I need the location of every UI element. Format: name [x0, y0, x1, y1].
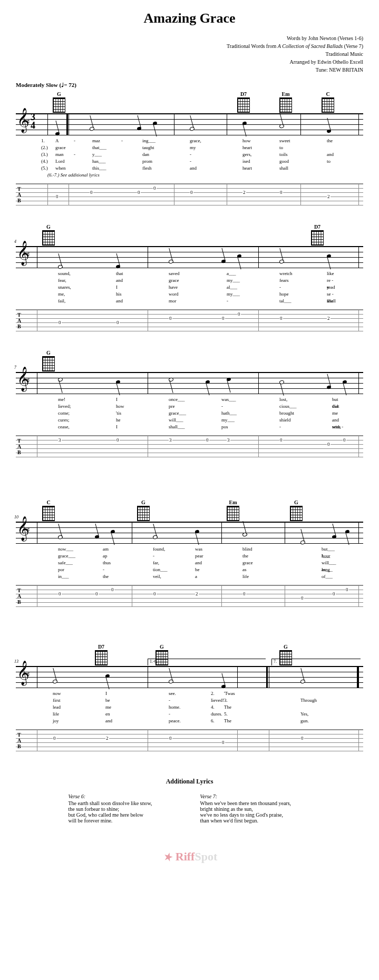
repeat-end: [266, 667, 268, 688]
chord-diagram: Em: [227, 499, 239, 521]
lyric-syllable: far,: [153, 560, 159, 565]
lyric-syllable: and: [105, 718, 112, 723]
additional-lyrics: Verse 6: The earth shall soon dissolve l…: [16, 793, 363, 824]
lyric-syllable: and: [195, 560, 202, 565]
lyric-syllable: I___: [322, 553, 331, 558]
lyric-syllable: peace.: [169, 718, 181, 723]
barline: [37, 667, 37, 688]
tab-barline: [148, 730, 148, 751]
lyric-syllable: my___: [227, 291, 240, 297]
chord-name: Em: [227, 499, 239, 505]
note: [326, 385, 331, 389]
lyric-line: cures;hewill___my___shieldand: [16, 417, 363, 424]
notation-staff: 𝄞♯34: [16, 113, 363, 135]
barline: [69, 114, 69, 135]
lyric-syllable: gun.: [300, 718, 309, 723]
notation-staff: 10𝄞♯: [16, 522, 363, 544]
lyric-syllable: to: [327, 159, 331, 164]
lyric-syllable: gers,: [242, 152, 251, 157]
lyric-syllable: be: [105, 698, 110, 703]
key-signature: ♯: [26, 526, 30, 535]
lyric-syllable: -: [221, 404, 223, 409]
lyric-syllable: brought: [279, 410, 294, 416]
lyric-line: grace___ap-pearthehourI___: [16, 553, 363, 560]
tab-label: TAB: [17, 186, 21, 203]
chord-diagram: G: [53, 91, 65, 113]
lyric-syllable: fear,: [58, 278, 66, 283]
time-signature: 34: [31, 113, 35, 130]
barline: [237, 667, 238, 688]
lyric-syllable: my___: [221, 417, 235, 423]
tab-barline: [148, 310, 148, 331]
fret-number: 3: [58, 437, 62, 443]
lyric-syllable: se -: [327, 291, 334, 297]
lyric-syllable: sweet: [279, 138, 290, 143]
fret-number: 0: [153, 591, 157, 596]
note: [226, 377, 231, 381]
fret-number: 0: [279, 437, 283, 443]
note: [242, 532, 248, 537]
lyric-syllable: I: [116, 397, 118, 402]
fret-number: 0: [221, 316, 225, 321]
chord-name: G: [53, 91, 65, 97]
lyric-syllable: -: [169, 698, 170, 703]
lyric-note: (6.-7.) See additional lyrics: [47, 172, 100, 178]
barline: [358, 114, 359, 135]
lyric-syllable: be: [195, 567, 200, 572]
fret-number: 0: [53, 736, 56, 741]
note: [89, 126, 95, 131]
chord-row: GD7: [16, 224, 363, 245]
lyric-syllable: grace___: [58, 553, 75, 558]
lyric-syllable: pos: [221, 424, 228, 429]
volta-bracket: 1.-6.: [148, 659, 266, 665]
lyric-syllable: me!: [58, 397, 65, 402]
lyric-syllable: -: [279, 285, 281, 290]
lyric-syllable: come;: [58, 410, 70, 416]
chord-name: G: [137, 499, 150, 505]
lyric-syllable: saved: [169, 271, 180, 276]
lyric-line: leadmehome.4.The: [16, 704, 363, 711]
lyric-syllable: shall: [279, 165, 288, 171]
note: [168, 377, 174, 382]
note: [326, 254, 331, 258]
measure-number: 4: [14, 239, 16, 244]
tablature-staff: TAB30303000: [16, 435, 363, 457]
additional-lyrics-title: Additional Lyrics: [16, 778, 363, 786]
music-system: D7GG13𝄞♯1.-6.7.nowIsee.2.'Twasfirstbe-li…: [16, 644, 363, 751]
fret-number: 0: [58, 320, 62, 325]
lyric-line: fail,andmor-tal___lifeshall: [16, 298, 363, 305]
riffspot-logo: RiffSpot: [16, 850, 363, 864]
lyric-syllable: -: [169, 711, 170, 717]
barline: [300, 114, 301, 135]
lyric-syllable: was: [195, 546, 202, 552]
note: [279, 259, 285, 264]
tab-barline: [300, 184, 301, 205]
barline: [285, 522, 285, 543]
lyric-syllable: that: [116, 271, 123, 276]
lyric-syllable: 6.: [211, 718, 215, 723]
key-signature: ♯: [26, 250, 30, 259]
lyric-syllable: man: [55, 152, 64, 157]
lyric-syllable: en: [105, 711, 110, 717]
fret-number: 0: [153, 185, 157, 191]
lyric-syllable: I: [105, 691, 107, 696]
chord-name: G: [279, 644, 292, 650]
lyric-syllable: -: [227, 298, 228, 303]
lyric-syllable: 1.: [41, 138, 45, 143]
music-system: GD74𝄞♯sound,thatsaveda___wretchlikefear,…: [16, 224, 363, 331]
lyric-syllable: joy: [53, 718, 59, 723]
tempo-marking: Moderately Slow (♩= 72): [16, 82, 363, 89]
fret-number: 0: [95, 591, 99, 596]
lyric-syllable: -: [74, 138, 75, 143]
lyric-line: (3.)man-y___dan-gers,toilsand: [16, 152, 363, 159]
lyric-syllable: 2.: [211, 691, 215, 696]
lyric-syllable: 3.: [224, 698, 228, 703]
lyric-syllable: grace___: [169, 410, 186, 416]
note: [105, 674, 110, 678]
barline: [37, 247, 37, 268]
tab-barline: [221, 585, 222, 606]
barline: [221, 522, 222, 543]
lyric-line: lifeen-dures.5.Yes,: [16, 711, 363, 718]
barline: [358, 373, 359, 394]
lyric-syllable: 'tis: [116, 410, 121, 416]
